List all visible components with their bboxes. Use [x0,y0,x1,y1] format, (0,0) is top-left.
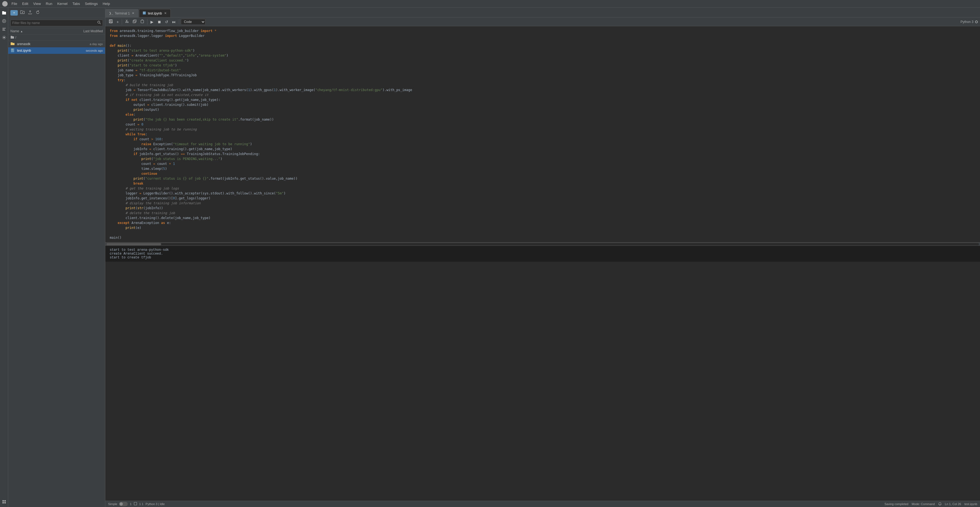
cell-type-select[interactable]: Code Markdown Raw [181,19,205,25]
cut-cell-button[interactable] [124,19,130,25]
code-editor-area[interactable]: from arenasdk.training.tensorflow_job_bu… [105,26,980,501]
stop-kernel-button[interactable]: ⏹ [156,19,162,25]
tab-close-notebook[interactable]: ✕ [164,11,167,15]
output-line-2: create ArenaClient succeed. [110,252,975,256]
sort-arrow-icon: ▲ [20,30,23,33]
kernel-indicator: Python 3 [961,20,978,24]
file-item-notebook[interactable]: test.ipynb seconds ago [8,47,105,54]
cell-output-area: start to test arena-python-sdk create Ar… [105,246,980,262]
scroll-thumb[interactable] [107,243,161,245]
file-browser-panel: + Name ▲ [8,8,105,507]
svg-rect-13 [143,12,145,12]
svg-rect-8 [11,49,13,49]
menu-view[interactable]: View [31,1,43,6]
svg-rect-22 [141,20,144,23]
sidebar-icon-files[interactable] [1,10,7,16]
toggle-thumb [119,502,123,505]
col-info: 1 1 [139,502,143,505]
svg-rect-21 [133,21,135,23]
simple-mode-toggle[interactable]: Simple [108,502,128,506]
bell-icon[interactable] [938,502,942,506]
toolbar-separator-2 [147,19,148,25]
file-search-bar [8,18,105,28]
kernel-status-circle [975,21,978,23]
file-item-arenasdk[interactable]: arenasdk a day ago [8,41,105,47]
plus-icon: + [13,11,15,15]
breadcrumb: / [8,35,105,41]
copy-cell-button[interactable] [131,19,138,25]
sidebar-icon-panel [0,8,8,507]
svg-rect-10 [11,51,13,51]
main-area: + Name ▲ [0,8,980,507]
menu-edit[interactable]: Edit [20,1,30,6]
toolbar-separator-3 [179,19,179,25]
upload-button[interactable] [27,9,33,16]
status-bar: Simple 1 1 1 Python 3 | Idle Saving comp… [105,501,980,507]
file-name-status: test.ipynb [964,502,977,505]
menu-settings[interactable]: Settings [83,1,100,6]
simple-mode-label: Simple [108,502,118,505]
svg-point-5 [98,21,100,23]
menu-help[interactable]: Help [100,1,112,6]
code-cell-content: from arenasdk.training.tensorflow_job_bu… [105,26,980,242]
svg-rect-19 [110,22,112,23]
search-button[interactable] [97,21,101,25]
tab-label-terminal: Terminal 1 [115,11,130,15]
kernel-name: Python 3 [961,20,974,24]
menu-run[interactable]: Run [43,1,54,6]
svg-rect-14 [143,13,146,13]
menu-kernel[interactable]: Kernel [55,1,70,6]
sidebar-icon-commands[interactable] [1,26,7,32]
terminal-icon: ❯_ [109,11,113,15]
new-folder-button[interactable] [19,9,25,16]
tab-notebook[interactable]: test.ipynb ✕ [139,9,170,17]
menu-file[interactable]: File [9,1,19,6]
restart-kernel-button[interactable]: ↺ [164,19,170,25]
save-button[interactable] [108,19,114,25]
status-left-section: Simple 1 1 1 Python 3 | Idle [108,502,165,506]
cell-indicator [134,502,137,506]
ln-col-info: Ln 1, Col 26 [945,502,961,505]
horizontal-scrollbar[interactable] [105,242,980,246]
tab-close-terminal[interactable]: ✕ [131,11,135,15]
scroll-track [107,243,979,245]
column-name-sort[interactable]: Name ▲ [10,29,70,33]
paste-cell-button[interactable] [139,19,146,25]
toolbar-separator-1 [122,19,122,25]
tab-label-notebook: test.ipynb [148,11,162,15]
sidebar-icon-extensions[interactable] [1,499,7,505]
sidebar-icon-running[interactable] [1,18,7,24]
notebook-file-icon [10,48,15,53]
file-modified-notebook: seconds ago [70,49,103,52]
run-cell-button[interactable]: ▶ [149,19,155,25]
python-status[interactable]: Python 3 | Idle [146,502,165,505]
saving-status: Saving completed [885,502,908,505]
toggle-track[interactable] [119,502,128,506]
sidebar-icon-property[interactable] [1,35,7,40]
column-modified-label: Last Modified [70,29,103,33]
svg-rect-18 [110,20,111,21]
folder-icon [10,41,15,46]
restart-run-button[interactable]: ⏭ [171,19,177,25]
mode-display: Mode: Command [912,502,935,505]
cell-number: 1 [130,502,132,505]
svg-rect-16 [143,14,145,14]
add-cell-button[interactable]: + [115,19,120,25]
menu-tabs[interactable]: Tabs [70,1,82,6]
column-name-label: Name [10,29,19,33]
svg-rect-11 [11,51,13,51]
svg-point-4 [3,37,5,38]
search-input-wrapper [10,20,103,26]
file-search-input[interactable] [12,21,97,25]
content-area: ❯_ Terminal 1 ✕ test.ipynb ✕ + [105,8,980,507]
file-list: arenasdk a day ago test.ipynb seconds ag… [8,41,105,507]
file-list-header: Name ▲ Last Modified [8,28,105,35]
svg-rect-20 [134,20,136,22]
refresh-button[interactable] [35,9,41,16]
tab-terminal1[interactable]: ❯_ Terminal 1 ✕ [105,9,138,17]
svg-rect-23 [134,502,137,505]
notebook-tab-icon [143,11,146,16]
new-launcher-button[interactable]: + [10,10,18,16]
folder-icon [10,35,14,40]
svg-rect-3 [2,30,5,31]
